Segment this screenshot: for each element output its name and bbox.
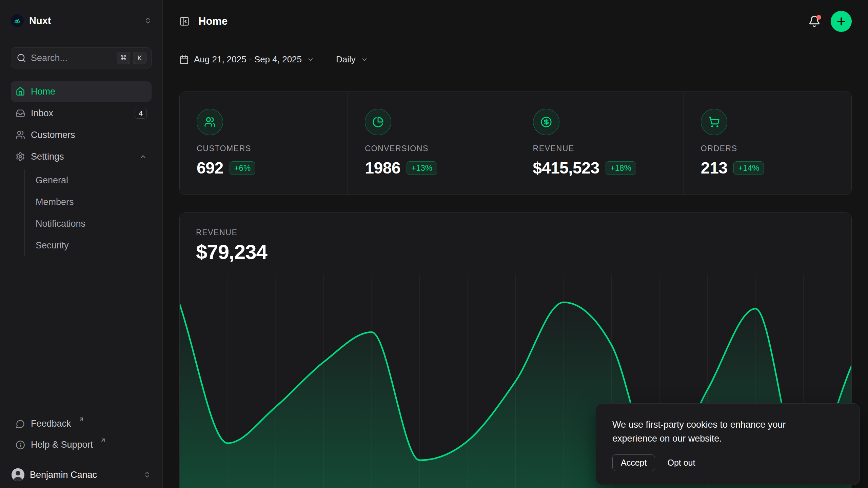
message-bubble-icon: [16, 419, 25, 429]
sidebar-item-security[interactable]: Security: [36, 235, 152, 256]
workspace-name: Nuxt: [29, 15, 139, 26]
users-icon: [197, 109, 223, 135]
stat-label: CONVERSIONS: [365, 144, 498, 153]
sidebar-item-notifications[interactable]: Notifications: [36, 213, 152, 235]
house-icon: [16, 87, 25, 96]
date-range-picker[interactable]: Aug 21, 2025 - Sep 4, 2025: [179, 54, 314, 65]
dollar-circle-icon: [533, 109, 559, 135]
chart-title: REVENUE: [196, 228, 835, 237]
stat-card-conversions[interactable]: CONVERSIONS 1986 +13%: [348, 92, 515, 195]
stat-value: 213: [701, 159, 728, 177]
page-header: Home: [163, 0, 868, 43]
sidebar-item-home[interactable]: Home: [11, 81, 152, 102]
users-icon: [16, 130, 25, 140]
kbd-cmd: ⌘: [117, 52, 130, 64]
stat-label: CUSTOMERS: [197, 144, 331, 153]
sidebar-item-customers[interactable]: Customers: [11, 125, 152, 145]
stat-change-badge: +18%: [606, 161, 636, 175]
sidebar-item-general[interactable]: General: [36, 169, 152, 191]
gear-icon: [16, 152, 25, 161]
add-button[interactable]: [831, 11, 852, 32]
stat-value: 1986: [365, 159, 400, 177]
sidebar-spacer: [11, 258, 152, 414]
stat-change-badge: +13%: [407, 161, 437, 175]
chevrons-up-down-icon: [143, 471, 151, 479]
sidebar-item-inbox[interactable]: Inbox 4: [11, 103, 152, 123]
stat-card-orders[interactable]: ORDERS 213 +14%: [684, 92, 851, 195]
optout-cookies-button[interactable]: Opt out: [667, 458, 695, 468]
calendar-icon: [179, 55, 189, 64]
granularity-select[interactable]: Daily: [336, 54, 368, 65]
info-circle-icon: [16, 440, 25, 450]
stat-change-badge: +6%: [230, 161, 256, 175]
search-input[interactable]: [31, 53, 114, 63]
chevron-down-icon: [361, 56, 368, 63]
sidebar-item-help-support[interactable]: Help & Support: [11, 435, 152, 456]
stat-label: ORDERS: [701, 144, 834, 153]
settings-sub-list: General Members Notifications Security: [24, 169, 152, 256]
sidebar-item-members[interactable]: Members: [36, 191, 152, 213]
chart-headline-value: $79,234: [196, 241, 835, 263]
inbox-count-badge: 4: [135, 108, 147, 119]
page-title: Home: [198, 15, 228, 27]
unread-dot: [816, 15, 821, 20]
external-link-icon: [100, 437, 106, 443]
search-input-wrapper[interactable]: ⌘ K: [11, 47, 152, 68]
workspace-switcher[interactable]: Nuxt: [11, 14, 152, 28]
avatar: [12, 468, 24, 481]
sub-item-label: Members: [36, 197, 74, 207]
stats-row: CUSTOMERS 692 +6% CONVERSIONS 1986 +13%: [179, 92, 852, 195]
sub-item-label: Security: [36, 240, 69, 251]
user-name: Benjamin Canac: [30, 470, 138, 480]
header-actions: [808, 11, 852, 32]
accept-cookies-button[interactable]: Accept: [612, 454, 655, 471]
footer-item-label: Feedback: [31, 419, 71, 429]
sidebar-item-label: Inbox: [31, 108, 53, 119]
stat-value: $415,523: [533, 159, 599, 177]
sub-item-label: Notifications: [36, 219, 85, 229]
sidebar-item-label: Home: [31, 86, 55, 97]
stat-change-badge: +14%: [733, 161, 764, 175]
stat-value: 692: [197, 159, 223, 177]
cookie-message: We use first-party cookies to enhance yo…: [612, 418, 826, 446]
chevron-down-icon: [307, 56, 314, 63]
sidebar-item-feedback[interactable]: Feedback: [11, 414, 152, 435]
date-range-value: Aug 21, 2025 - Sep 4, 2025: [194, 54, 302, 65]
sidebar-item-label: Customers: [31, 130, 75, 140]
notifications-button[interactable]: [808, 15, 821, 27]
kbd-k: K: [133, 52, 146, 64]
sidebar: Nuxt ⌘ K Home Inbox 4: [0, 0, 163, 488]
stat-card-revenue[interactable]: REVENUE $415,523 +18%: [516, 92, 684, 195]
footer-item-label: Help & Support: [31, 440, 93, 450]
pie-chart-icon: [365, 109, 391, 135]
granularity-value: Daily: [336, 54, 356, 65]
collapse-sidebar-icon[interactable]: [179, 16, 190, 26]
sidebar-nav: Home Inbox 4 Customers Settings Ge: [11, 81, 152, 258]
user-menu[interactable]: Benjamin Canac: [11, 462, 152, 481]
sidebar-item-settings[interactable]: Settings: [11, 146, 152, 167]
external-link-icon: [78, 416, 84, 422]
sub-item-label: General: [36, 175, 68, 186]
shopping-cart-icon: [701, 109, 727, 135]
inbox-icon: [16, 108, 25, 118]
search-icon: [17, 53, 26, 63]
nuxt-logo-icon: [11, 14, 24, 27]
sidebar-item-label: Settings: [31, 151, 64, 162]
chevrons-up-down-icon: [144, 17, 152, 24]
stat-label: REVENUE: [533, 144, 667, 153]
cookie-banner: We use first-party cookies to enhance yo…: [596, 403, 860, 485]
stat-card-customers[interactable]: CUSTOMERS 692 +6%: [180, 92, 348, 195]
filter-toolbar: Aug 21, 2025 - Sep 4, 2025 Daily: [163, 43, 868, 76]
chevron-up-icon: [139, 153, 147, 160]
